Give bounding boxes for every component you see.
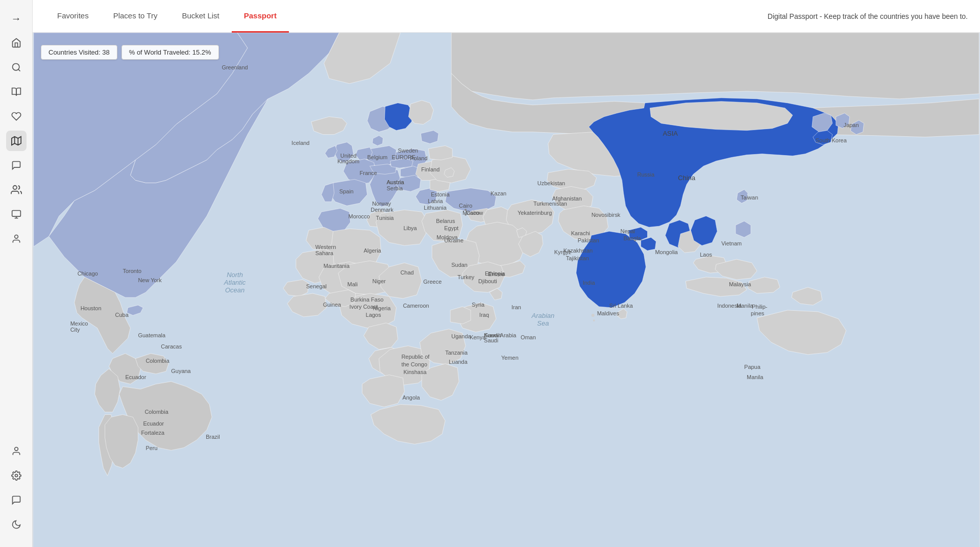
- message-bottom-icon[interactable]: [6, 490, 27, 510]
- svg-point-10: [14, 447, 18, 451]
- tab-bucket-list[interactable]: Bucket List: [169, 0, 231, 33]
- sidebar: →: [0, 0, 33, 547]
- settings-icon[interactable]: [6, 465, 27, 486]
- monitor-icon[interactable]: [6, 204, 27, 225]
- tab-favorites[interactable]: Favorites: [45, 0, 101, 33]
- top-navigation: Favorites Places to Try Bucket List Pass…: [33, 0, 980, 33]
- people-icon[interactable]: [6, 180, 27, 200]
- svg-point-9: [14, 235, 18, 239]
- stats-overlay: Countries Visited: 38 % of World Travele…: [41, 45, 219, 60]
- tab-places-to-try[interactable]: Places to Try: [101, 0, 170, 33]
- main-content: Favorites Places to Try Bucket List Pass…: [33, 0, 980, 547]
- dark-mode-icon[interactable]: [6, 514, 27, 535]
- svg-rect-6: [12, 211, 20, 217]
- svg-point-111: [464, 209, 467, 211]
- world-map-container[interactable]: Countries Visited: 38 % of World Travele…: [33, 33, 980, 547]
- home-icon[interactable]: [6, 33, 27, 53]
- forward-icon[interactable]: →: [6, 8, 27, 29]
- svg-point-14: [593, 319, 595, 321]
- chat-bubble-icon[interactable]: [6, 155, 27, 176]
- nav-tagline: Digital Passport - Keep track of the cou…: [768, 12, 968, 20]
- guide-icon[interactable]: [6, 82, 27, 102]
- map-icon[interactable]: [6, 131, 27, 151]
- world-map-svg[interactable]: North Atlantic Ocean Arabian Sea Greenla…: [33, 33, 980, 547]
- svg-point-13: [592, 314, 595, 317]
- svg-point-0: [12, 64, 19, 70]
- svg-marker-2: [11, 137, 20, 145]
- countries-visited-badge: Countries Visited: 38: [41, 45, 117, 60]
- svg-point-113: [465, 214, 467, 216]
- svg-line-1: [18, 69, 20, 71]
- profile-bottom-icon[interactable]: [6, 441, 27, 461]
- heart-icon[interactable]: [6, 106, 27, 127]
- world-traveled-badge: % of World Traveled: 15.2%: [121, 45, 219, 60]
- user-badge-icon[interactable]: [6, 229, 27, 249]
- svg-point-5: [13, 186, 16, 189]
- search-icon[interactable]: [6, 57, 27, 78]
- svg-point-11: [15, 475, 17, 477]
- tab-passport[interactable]: Passport: [232, 0, 289, 33]
